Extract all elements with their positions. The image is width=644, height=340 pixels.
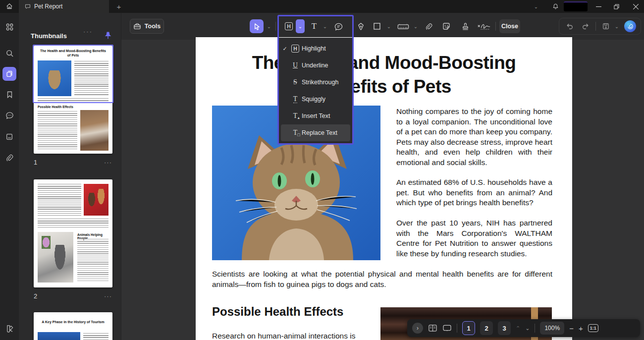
text-lines bbox=[38, 219, 108, 229]
zoom-level-button[interactable]: 100% bbox=[540, 322, 564, 335]
presentation-button[interactable] bbox=[442, 324, 452, 332]
shapes-tool-chevron[interactable]: ⌄ bbox=[385, 20, 392, 33]
window-close-button[interactable] bbox=[627, 0, 644, 13]
highlight-tool-button[interactable]: H bbox=[282, 20, 295, 33]
page-button-1[interactable]: 1 bbox=[462, 321, 475, 335]
page-button-2[interactable]: 2 bbox=[480, 321, 493, 335]
attachments-button[interactable] bbox=[2, 151, 16, 165]
thumb1-heading: Possible Health Effects bbox=[38, 105, 73, 109]
comments-icon bbox=[5, 112, 14, 119]
panel-resize-handle[interactable]: ··· bbox=[83, 28, 93, 35]
title-line-2: Benefits of Pets bbox=[196, 75, 572, 99]
thumb3-title: A Key Phase in the History of Tourism bbox=[37, 320, 109, 325]
account-avatar[interactable] bbox=[564, 1, 588, 11]
save-button[interactable] bbox=[599, 20, 612, 33]
signature-tool-button[interactable] bbox=[475, 20, 493, 33]
comment-tab-icon bbox=[25, 3, 31, 9]
ellipsis-icon: ··· bbox=[104, 159, 112, 166]
pdf-editor-window: Pet Report + ⌄ bbox=[0, 0, 644, 340]
paragraph-3: Over the past 10 years, NIH has partnere… bbox=[396, 218, 552, 259]
bookmark-icon bbox=[6, 91, 13, 99]
text-tool-chevron[interactable]: ⌄ bbox=[322, 20, 328, 33]
redo-button[interactable] bbox=[580, 20, 591, 33]
text-tool-button[interactable]: T bbox=[308, 20, 320, 33]
cursor-icon bbox=[253, 23, 261, 30]
previous-page-button[interactable]: ⌃ bbox=[516, 325, 520, 332]
document-tab[interactable]: Pet Report bbox=[19, 0, 109, 13]
menu-item-label: Strikethrough bbox=[302, 79, 338, 86]
thumbnail-page-2[interactable]: Animals Helping People bbox=[34, 179, 112, 287]
thumbnails-panel-button[interactable] bbox=[2, 67, 16, 81]
actual-size-button[interactable]: 1:1 bbox=[588, 324, 598, 332]
stamp-tool-button[interactable] bbox=[458, 20, 473, 33]
comment-tool-button[interactable] bbox=[331, 20, 346, 33]
thumb1-menu-button[interactable]: ··· bbox=[104, 159, 112, 166]
strikethrough-icon: S bbox=[289, 78, 302, 86]
check-icon: ✓ bbox=[281, 46, 289, 52]
reading-view-button[interactable] bbox=[428, 324, 437, 332]
restore-button[interactable] bbox=[608, 0, 624, 13]
text-lines bbox=[83, 333, 108, 340]
save-options-chevron[interactable]: ⌄ bbox=[613, 20, 620, 33]
select-tool-button[interactable] bbox=[250, 19, 264, 33]
menu-item-underline[interactable]: U Underline bbox=[281, 57, 350, 74]
apps-grid-button[interactable] bbox=[2, 20, 16, 34]
thumbnail-page-3[interactable]: A Key Phase in the History of Tourism bbox=[34, 312, 112, 340]
home-button[interactable] bbox=[0, 0, 19, 13]
sticker-tool-button[interactable] bbox=[439, 20, 454, 33]
form-sign-button[interactable] bbox=[2, 130, 16, 144]
undo-icon bbox=[566, 23, 574, 30]
close-icon bbox=[633, 4, 639, 9]
new-tab-button[interactable]: + bbox=[113, 0, 125, 13]
insert-text-icon: T▲ bbox=[289, 112, 302, 120]
highlight-icon: H bbox=[285, 22, 293, 30]
menu-item-label: Squiggly bbox=[302, 96, 325, 103]
section-heading: Possible Health Effects bbox=[212, 305, 343, 319]
menu-item-strikethrough[interactable]: S Strikethrough bbox=[281, 74, 350, 91]
zoom-in-button[interactable]: + bbox=[579, 324, 583, 333]
notifications-button[interactable] bbox=[548, 0, 563, 13]
ai-assistant-button[interactable] bbox=[624, 20, 636, 32]
page-button-3[interactable]: 3 bbox=[498, 321, 511, 335]
thumb1-dog-image bbox=[80, 110, 108, 151]
chevron-down-icon: ⌄ bbox=[298, 24, 302, 29]
attach-tool-button[interactable] bbox=[422, 20, 435, 33]
thumb2-menu-button[interactable]: ··· bbox=[104, 292, 112, 300]
tab-list-button[interactable]: ⌄ bbox=[529, 0, 543, 13]
expand-bar-button[interactable]: › bbox=[412, 323, 423, 334]
measure-tool-button[interactable] bbox=[394, 20, 412, 33]
left-icon-rail bbox=[0, 13, 19, 340]
viewport-indicator[interactable] bbox=[33, 45, 113, 103]
highlight-tool-chevron[interactable]: ⌄ bbox=[296, 19, 305, 33]
underline-icon: U bbox=[289, 61, 302, 69]
pen-tool-button[interactable] bbox=[354, 20, 368, 33]
pin-panel-button[interactable] bbox=[104, 31, 112, 40]
tab-title: Pet Report bbox=[34, 3, 62, 10]
search-button[interactable] bbox=[2, 46, 16, 60]
bookmarks-button[interactable] bbox=[2, 88, 16, 102]
zoom-out-button[interactable]: − bbox=[569, 324, 574, 333]
measure-tool-chevron[interactable]: ⌄ bbox=[412, 20, 419, 33]
menu-item-replace-text[interactable]: T▢ Replace Text bbox=[281, 124, 350, 141]
undo-button[interactable] bbox=[564, 20, 576, 33]
redo-icon bbox=[582, 23, 590, 30]
titlebar: Pet Report + ⌄ bbox=[0, 0, 644, 13]
divider bbox=[535, 324, 535, 333]
menu-item-squiggly[interactable]: T Squiggly bbox=[281, 91, 350, 108]
comments-button[interactable] bbox=[2, 109, 16, 122]
close-tools-button[interactable]: Close bbox=[499, 19, 520, 33]
pushpin-icon bbox=[104, 31, 112, 40]
paragraph-2: An estimated 68% of U.S. households have… bbox=[396, 177, 552, 208]
appearance-button[interactable] bbox=[2, 321, 16, 335]
chevron-right-icon: › bbox=[417, 325, 419, 332]
menu-item-highlight[interactable]: ✓ H Highlight bbox=[281, 40, 350, 57]
select-tool-chevron[interactable]: ⌄ bbox=[266, 20, 272, 33]
search-icon bbox=[5, 49, 14, 57]
menu-item-insert-text[interactable]: T▲ Insert Text bbox=[281, 108, 350, 124]
shapes-tool-button[interactable] bbox=[371, 20, 383, 33]
tools-button[interactable]: Tools bbox=[130, 19, 164, 34]
save-icon bbox=[602, 22, 610, 30]
divider bbox=[275, 22, 276, 31]
minimize-button[interactable] bbox=[590, 0, 606, 13]
next-page-button[interactable]: ⌄ bbox=[525, 325, 530, 332]
